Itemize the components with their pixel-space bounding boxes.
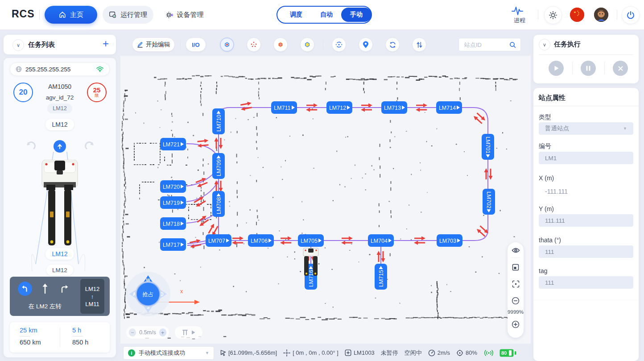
station-search-input[interactable] — [463, 41, 507, 49]
tag-input[interactable]: 111 — [539, 276, 633, 289]
area-hexagon-icon — [303, 41, 311, 49]
mode-tab-auto[interactable]: 自动 — [314, 7, 339, 23]
task-play-button[interactable] — [549, 61, 564, 76]
add-task-button[interactable]: + — [103, 37, 109, 50]
io-button[interactable]: I/O — [186, 37, 206, 52]
virtual-joystick[interactable]: W A D S 抢占 — [125, 271, 171, 317]
collapse-task-exec-button[interactable]: ∨ — [539, 39, 550, 50]
locate-button[interactable] — [359, 37, 373, 52]
task-pause-button[interactable] — [581, 61, 596, 76]
route-network-layer: LM710LM711LM712LM713LM714LM701LM702LM703… — [120, 56, 531, 344]
navigation-hint: 在 LM2 左转 — [10, 303, 80, 311]
station-LM718[interactable]: LM718 — [160, 217, 186, 230]
station-LM713[interactable]: LM713 — [381, 101, 407, 114]
svg-text:LM701: LM701 — [485, 137, 491, 154]
station-LM710[interactable]: LM710 — [212, 108, 225, 134]
layer-marker-button[interactable] — [273, 37, 288, 52]
center-focus-button[interactable] — [508, 280, 524, 288]
theta-input[interactable]: 111 — [539, 245, 633, 258]
direction-arrows — [196, 214, 210, 228]
joystick-center-label[interactable]: 抢占 — [142, 291, 154, 298]
station-LM706[interactable]: LM706 — [248, 234, 274, 247]
divider — [39, 10, 40, 20]
target-icon — [456, 349, 463, 357]
waveform-icon — [511, 5, 528, 16]
station-LM711[interactable]: LM711 — [271, 101, 297, 114]
direction-arrows — [472, 111, 487, 125]
speed-increase-button[interactable]: + — [159, 328, 166, 336]
station-LM717[interactable]: LM717 — [160, 238, 186, 251]
speed-decrease-button[interactable]: − — [129, 328, 136, 336]
svg-text:LM714: LM714 — [439, 105, 456, 111]
map-position-readout: [61.099m,-5.656m] — [220, 349, 277, 356]
go-straight-button[interactable] — [54, 140, 66, 153]
process-button[interactable]: 进程 — [511, 5, 528, 25]
type-select[interactable]: 普通站点 ▼ — [539, 122, 633, 135]
wifi-icon — [96, 66, 104, 72]
refresh-button[interactable] — [385, 37, 400, 52]
today-hours: 5 h — [72, 327, 106, 334]
svg-text:LM711: LM711 — [274, 105, 290, 111]
divider — [572, 62, 573, 75]
play-icon — [191, 330, 195, 335]
battery-icon: 80 — [500, 349, 516, 357]
battery-indicator: 80 — [500, 349, 516, 357]
layer-area-button[interactable] — [300, 37, 314, 52]
station-LM715[interactable]: LM715 — [375, 264, 387, 290]
status-message-dropdown[interactable]: i 手动模式连接成功 ▼ — [123, 346, 214, 360]
code-input[interactable]: LM1 — [539, 152, 633, 164]
search-icon[interactable] — [509, 41, 516, 48]
turn-left-icon — [21, 284, 29, 293]
mode-tab-dispatch[interactable]: 调度 — [283, 7, 310, 23]
nav-item-devices[interactable]: 设备管理 — [160, 6, 209, 24]
station-LM705[interactable]: LM705 — [298, 234, 324, 247]
nav-item-home[interactable]: 主页 — [45, 6, 97, 24]
zoom-in-button[interactable] — [508, 320, 524, 328]
avatar-face-icon — [594, 8, 608, 22]
y-input[interactable]: 111.111 — [539, 214, 633, 227]
zoom-out-button[interactable] — [508, 297, 524, 305]
code-value: LM1 — [545, 155, 557, 162]
theme-toggle-button[interactable] — [544, 6, 562, 24]
user-avatar[interactable] — [594, 8, 608, 22]
station-tag: LM12 — [46, 265, 73, 275]
agv-ip-field[interactable]: 255.255.255.255 — [10, 62, 110, 76]
filter-settings-button[interactable] — [412, 37, 426, 52]
station-LM701[interactable]: LM701 — [482, 134, 494, 160]
station-LM707[interactable]: LM707 — [206, 234, 231, 247]
station-LM721[interactable]: LM721 — [160, 138, 186, 150]
x-value[interactable]: -111.111 — [545, 188, 568, 195]
localization-readout: 80% — [456, 349, 477, 357]
power-button[interactable] — [622, 6, 640, 24]
station-LM704[interactable]: LM704 — [368, 234, 394, 247]
layer-pointcloud-button[interactable] — [247, 37, 261, 52]
station-LM702[interactable]: LM702 — [483, 189, 495, 215]
lidar-view-button[interactable] — [332, 37, 346, 52]
code-label: 编号 — [539, 142, 551, 150]
start-edit-button[interactable]: 开始编辑 — [132, 37, 175, 52]
forklift-top-view — [38, 160, 81, 251]
svg-text:LM702: LM702 — [486, 191, 492, 208]
nav-item-operations[interactable]: 运行管理 — [103, 6, 153, 24]
turn-back-icon[interactable] — [25, 141, 36, 152]
task-cancel-button[interactable] — [613, 61, 628, 76]
station-LM712[interactable]: LM712 — [326, 101, 352, 114]
mode-tab-manual[interactable]: 手动 — [341, 8, 372, 22]
signal-icon — [483, 349, 494, 357]
minimap-button[interactable] — [508, 264, 524, 271]
station-LM703[interactable]: LM703 — [437, 234, 462, 247]
total-hours: 850 h — [72, 339, 106, 346]
theta-value: 111 — [545, 249, 554, 255]
fork-control-button[interactable] — [175, 326, 202, 339]
turn-forward-icon[interactable] — [85, 141, 95, 152]
station-LM708[interactable]: LM708 — [212, 191, 225, 217]
collapse-task-list-button[interactable]: ∨ — [12, 39, 24, 51]
layer-station-button[interactable] — [220, 37, 234, 52]
visibility-button[interactable] — [508, 247, 524, 254]
divider — [533, 300, 639, 300]
station-LM720[interactable]: LM720 — [160, 180, 186, 193]
station-LM709[interactable]: LM709 — [212, 153, 225, 179]
station-LM714[interactable]: LM714 — [436, 101, 462, 114]
language-flag-button[interactable] — [570, 8, 584, 22]
station-LM719[interactable]: LM719 — [160, 196, 186, 209]
